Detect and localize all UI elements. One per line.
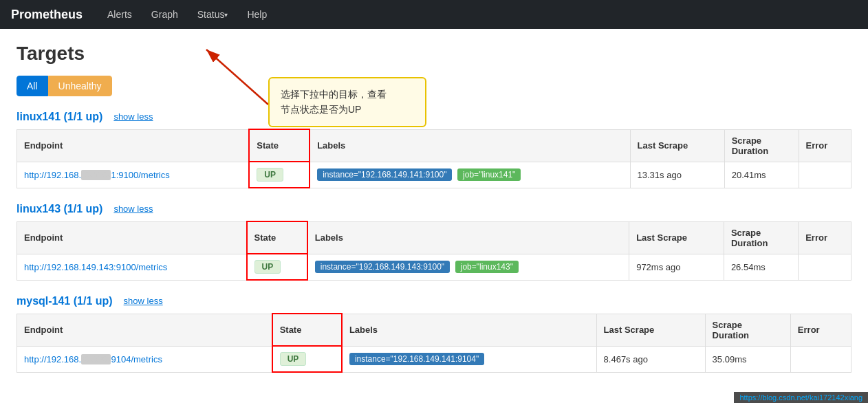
group-title-linux141[interactable]: linux141 (1/1 up) bbox=[17, 111, 102, 123]
labels-cell: instance="192.168.149.141:9100" job="lin… bbox=[310, 162, 630, 188]
nav-graph[interactable]: Graph bbox=[143, 3, 186, 25]
th-labels: Labels bbox=[310, 129, 630, 162]
target-group-linux143: linux143 (1/1 up) show less Endpoint Sta… bbox=[17, 202, 851, 281]
target-table-linux143: Endpoint State Labels Last Scrape Scrape… bbox=[17, 221, 851, 281]
target-table-linux141: Endpoint State Labels Last Scrape Scrape… bbox=[17, 129, 851, 188]
error-cell bbox=[799, 254, 851, 280]
endpoint-cell: http://192.168.XXXXX9104/metrics bbox=[17, 346, 272, 372]
nav-alerts[interactable]: Alerts bbox=[99, 3, 140, 25]
endpoint-link[interactable]: http://192.168.XXXXX9104/metrics bbox=[24, 354, 162, 364]
th-endpoint: Endpoint bbox=[17, 221, 247, 254]
nav-links: Alerts Graph Status Help bbox=[99, 3, 275, 25]
nav-status-dropdown[interactable]: Status bbox=[189, 3, 237, 25]
statusbar: https://blog.csdn.net/kai172142xiang bbox=[734, 392, 868, 400]
brand-link[interactable]: Prometheus bbox=[11, 8, 83, 22]
state-cell: UP bbox=[249, 162, 310, 188]
th-labels: Labels bbox=[342, 314, 596, 346]
th-endpoint: Endpoint bbox=[17, 129, 250, 162]
last-scrape-cell: 13.31s ago bbox=[630, 162, 724, 188]
endpoint-link[interactable]: http://192.168.XXXXX1:9100/metrics bbox=[24, 170, 170, 180]
target-group-linux141: linux141 (1/1 up) show less Endpoint Sta… bbox=[17, 110, 851, 188]
error-cell bbox=[799, 162, 851, 188]
filter-unhealthy-button[interactable]: Unhealthy bbox=[48, 76, 112, 96]
state-cell: UP bbox=[272, 346, 342, 372]
th-last-scrape: Last Scrape bbox=[629, 221, 724, 254]
annotation-text: 选择下拉中的目标，查看节点状态是否为UP bbox=[281, 89, 387, 115]
group-title-mysql141[interactable]: mysql-141 (1/1 up) bbox=[17, 295, 113, 307]
target-groups: linux141 (1/1 up) show less Endpoint Sta… bbox=[17, 110, 851, 373]
table-wrapper-linux143: Endpoint State Labels Last Scrape Scrape… bbox=[17, 221, 851, 281]
show-less-linux141[interactable]: show less bbox=[111, 110, 155, 123]
group-header-mysql141: mysql-141 (1/1 up) show less bbox=[17, 294, 851, 307]
th-last-scrape: Last Scrape bbox=[596, 314, 705, 346]
nav-help[interactable]: Help bbox=[239, 3, 275, 25]
page-title: Targets bbox=[17, 43, 851, 65]
labels-cell: instance="192.168.149.143:9100" job="lin… bbox=[307, 254, 629, 280]
th-last-scrape: Last Scrape bbox=[630, 129, 724, 162]
table-row: http://192.168.149.143:9100/metrics UP i… bbox=[17, 254, 851, 280]
th-error: Error bbox=[790, 314, 851, 346]
group-header-linux141: linux141 (1/1 up) show less bbox=[17, 110, 851, 123]
error-cell bbox=[790, 346, 851, 372]
th-state: State bbox=[247, 221, 307, 254]
navbar: Prometheus Alerts Graph Status Help bbox=[0, 0, 868, 29]
group-header-linux143: linux143 (1/1 up) show less bbox=[17, 202, 851, 215]
th-endpoint: Endpoint bbox=[17, 314, 272, 346]
th-error: Error bbox=[799, 129, 851, 162]
last-scrape-cell: 8.467s ago bbox=[596, 346, 705, 372]
th-error: Error bbox=[799, 221, 851, 254]
filter-all-button[interactable]: All bbox=[17, 76, 48, 96]
table-header-row: Endpoint State Labels Last Scrape Scrape… bbox=[17, 129, 851, 162]
state-badge: UP bbox=[254, 260, 281, 274]
table-header-row: Endpoint State Labels Last Scrape Scrape… bbox=[17, 221, 851, 254]
table-header-row: Endpoint State Labels Last Scrape Scrape… bbox=[17, 314, 851, 346]
th-scrape-duration: ScrapeDuration bbox=[705, 314, 790, 346]
state-badge: UP bbox=[257, 168, 283, 182]
label-job: job="linux141" bbox=[457, 168, 521, 181]
th-scrape-duration: ScrapeDuration bbox=[724, 221, 798, 254]
filter-buttons: All Unhealthy bbox=[17, 76, 851, 96]
scrape-duration-cell: 20.41ms bbox=[724, 162, 799, 188]
endpoint-cell: http://192.168.149.143:9100/metrics bbox=[17, 254, 247, 280]
show-less-linux143[interactable]: show less bbox=[111, 202, 155, 215]
endpoint-link[interactable]: http://192.168.149.143:9100/metrics bbox=[24, 262, 167, 272]
label-instance: instance="192.168.149.141:9104" bbox=[349, 353, 484, 365]
th-state: State bbox=[272, 314, 342, 346]
table-row: http://192.168.XXXXX1:9100/metrics UP in… bbox=[17, 162, 851, 188]
group-title-linux143[interactable]: linux143 (1/1 up) bbox=[17, 203, 102, 215]
statusbar-url: https://blog.csdn.net/kai172142xiang bbox=[739, 393, 862, 400]
table-wrapper-mysql141: Endpoint State Labels Last Scrape Scrape… bbox=[17, 313, 851, 373]
labels-cell: instance="192.168.149.141:9104" bbox=[342, 346, 596, 372]
label-instance: instance="192.168.149.143:9100" bbox=[315, 261, 450, 273]
main-content: Targets All Unhealthy 选择下拉中的目标，查看节点状态是否为… bbox=[0, 29, 868, 400]
last-scrape-cell: 972ms ago bbox=[629, 254, 724, 280]
th-state: State bbox=[249, 129, 310, 162]
target-group-mysql141: mysql-141 (1/1 up) show less Endpoint St… bbox=[17, 294, 851, 373]
state-cell: UP bbox=[247, 254, 307, 280]
table-wrapper-linux141: Endpoint State Labels Last Scrape Scrape… bbox=[17, 129, 851, 188]
label-job: job="linux143" bbox=[455, 261, 519, 273]
th-scrape-duration: ScrapeDuration bbox=[724, 129, 799, 162]
state-badge: UP bbox=[280, 352, 307, 366]
th-labels: Labels bbox=[307, 221, 629, 254]
scrape-duration-cell: 26.54ms bbox=[724, 254, 798, 280]
target-table-mysql141: Endpoint State Labels Last Scrape Scrape… bbox=[17, 313, 851, 373]
label-instance: instance="192.168.149.141:9100" bbox=[317, 168, 452, 181]
endpoint-cell: http://192.168.XXXXX1:9100/metrics bbox=[17, 162, 250, 188]
table-row: http://192.168.XXXXX9104/metrics UP inst… bbox=[17, 346, 851, 372]
scrape-duration-cell: 35.09ms bbox=[705, 346, 790, 372]
show-less-mysql141[interactable]: show less bbox=[121, 294, 166, 307]
annotation-box: 选择下拉中的目标，查看节点状态是否为UP bbox=[268, 77, 426, 127]
